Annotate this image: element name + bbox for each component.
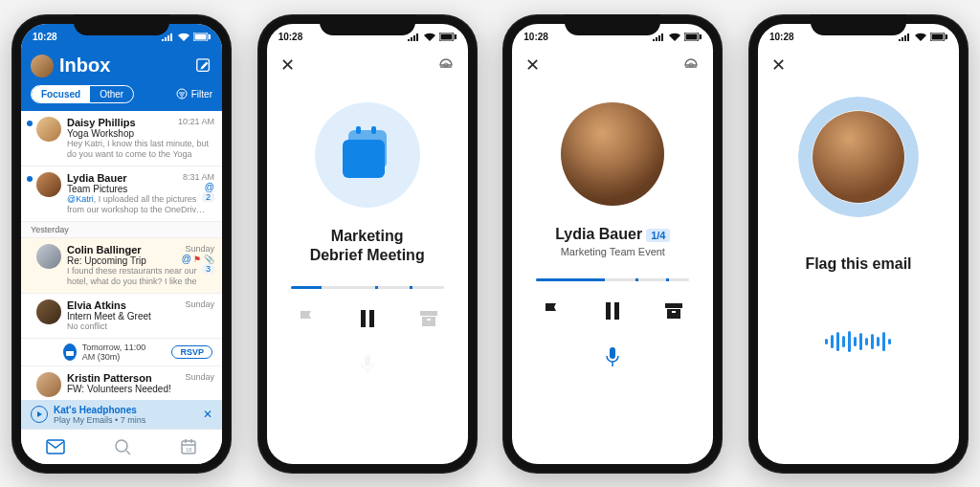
email-item[interactable]: Colin Ballinger Re: Upcoming Trip I foun…: [21, 238, 222, 294]
close-button[interactable]: ✕: [525, 55, 540, 76]
battery-icon: [930, 33, 947, 41]
email-subject: Marketing Team Event: [561, 246, 665, 257]
email-item[interactable]: Lydia Bauer Team Pictures @Katri, I uplo…: [21, 166, 222, 222]
search-tab[interactable]: [114, 438, 131, 455]
mention-icon: @: [183, 182, 214, 192]
wifi-icon: [668, 33, 681, 42]
mic-button[interactable]: [605, 346, 620, 367]
pause-button[interactable]: [602, 300, 623, 321]
calendar-snippet[interactable]: Tomorrow, 11:00 AM (30m) RSVP: [21, 339, 222, 366]
svg-rect-26: [610, 347, 615, 359]
svg-rect-28: [931, 34, 943, 40]
progress-bar[interactable]: [536, 278, 689, 281]
voice-command-text: Flag this email: [805, 255, 911, 273]
sender-avatar: [36, 299, 61, 324]
unread-dot: [27, 121, 33, 126]
sender-avatar: [36, 372, 61, 397]
inbox-header: Inbox Focused Other Filter: [21, 51, 222, 111]
phone-inbox: 10:28 Inbox Focused Other Filter: [11, 14, 232, 474]
svg-rect-20: [686, 34, 698, 40]
focus-tabs[interactable]: Focused Other: [31, 85, 134, 103]
email-item[interactable]: Kristin Patterson FW: Volunteers Needed!…: [21, 366, 222, 404]
battery-icon: [193, 33, 211, 41]
svg-rect-7: [47, 440, 64, 454]
battery-icon: [684, 33, 702, 41]
email-item[interactable]: Elvia Atkins Intern Meet & Greet No conf…: [21, 294, 222, 339]
pause-button[interactable]: [357, 308, 378, 329]
filter-button[interactable]: Filter: [176, 88, 212, 100]
phone-play-email: 10:28 ✕ Lydia Bauer1/4 Marketing Team Ev…: [502, 14, 723, 474]
play-icon[interactable]: [31, 406, 48, 423]
cast-icon[interactable]: [437, 56, 455, 74]
signal-icon: [652, 33, 665, 41]
calendar-icon: [343, 130, 392, 180]
clock: 10:28: [769, 32, 794, 42]
clock: 10:28: [278, 32, 303, 42]
close-button[interactable]: ✕: [771, 55, 786, 76]
svg-rect-2: [209, 34, 211, 39]
svg-rect-23: [665, 303, 682, 308]
page-title: Inbox: [59, 55, 189, 77]
svg-rect-18: [365, 355, 370, 366]
svg-rect-24: [667, 309, 680, 319]
play-emails-banner[interactable]: Kat's Headphones Play My Emails • 7 mins…: [21, 400, 222, 430]
cast-icon[interactable]: [682, 56, 700, 74]
sender-name: Lydia Bauer1/4: [555, 225, 670, 244]
svg-rect-25: [672, 311, 676, 313]
progress-bar[interactable]: [291, 286, 444, 289]
svg-rect-16: [422, 317, 435, 326]
tab-focused[interactable]: Focused: [32, 86, 90, 102]
flag-button[interactable]: [541, 300, 562, 321]
sender-avatar: [36, 172, 61, 197]
clock: 10:28: [523, 32, 548, 42]
flag-button[interactable]: [296, 308, 317, 329]
close-icon[interactable]: ✕: [203, 408, 212, 421]
svg-text:18: 18: [186, 447, 192, 453]
wifi-icon: [423, 33, 436, 42]
svg-rect-6: [66, 349, 74, 351]
mail-tab[interactable]: [46, 439, 65, 454]
phone-play-event: 10:28 ✕ Marketing Debrief Meeting: [257, 14, 478, 474]
compose-icon[interactable]: [195, 57, 212, 75]
voice-waveform: [825, 330, 891, 353]
mention-icon: @: [182, 254, 191, 264]
archive-button[interactable]: [418, 308, 439, 329]
signal-icon: [898, 33, 911, 41]
listening-ring: [798, 97, 919, 217]
svg-rect-17: [427, 319, 431, 321]
clock: 10:28: [33, 32, 57, 42]
svg-rect-21: [700, 34, 702, 39]
sender-avatar: [36, 244, 61, 269]
svg-rect-29: [946, 34, 947, 39]
archive-button[interactable]: [663, 300, 684, 321]
event-circle: [315, 102, 420, 208]
wifi-icon: [914, 33, 927, 42]
close-button[interactable]: ✕: [280, 55, 295, 76]
event-title: Marketing Debrief Meeting: [310, 227, 425, 265]
sender-avatar: [36, 117, 61, 142]
section-header: Yesterday: [21, 222, 222, 238]
email-list: Daisy Phillips Yoga Workshop Hey Katri, …: [21, 111, 222, 404]
sender-photo: [813, 111, 904, 203]
unread-dot: [27, 176, 33, 182]
flag-icon: ⚑: [193, 255, 201, 264]
wifi-icon: [177, 33, 190, 42]
mic-button[interactable]: [360, 354, 375, 375]
avatar[interactable]: [31, 55, 54, 77]
calendar-icon: [63, 343, 77, 361]
signal-icon: [407, 33, 420, 41]
calendar-tab[interactable]: 18: [180, 438, 197, 455]
count-badge: 1/4: [646, 229, 670, 242]
signal-icon: [161, 33, 174, 41]
svg-rect-13: [455, 34, 457, 39]
svg-rect-1: [195, 34, 207, 40]
svg-point-8: [116, 440, 127, 452]
email-item[interactable]: Daisy Phillips Yoga Workshop Hey Katri, …: [21, 111, 222, 166]
rsvp-button[interactable]: RSVP: [171, 345, 212, 359]
sender-photo: [561, 102, 664, 206]
filter-icon: [176, 88, 188, 100]
tab-bar: 18: [21, 429, 222, 464]
tab-other[interactable]: Other: [90, 86, 133, 102]
phone-flag-voice: 10:28 ✕ Flag this email: [748, 14, 969, 474]
attachment-icon: 📎: [204, 255, 214, 264]
